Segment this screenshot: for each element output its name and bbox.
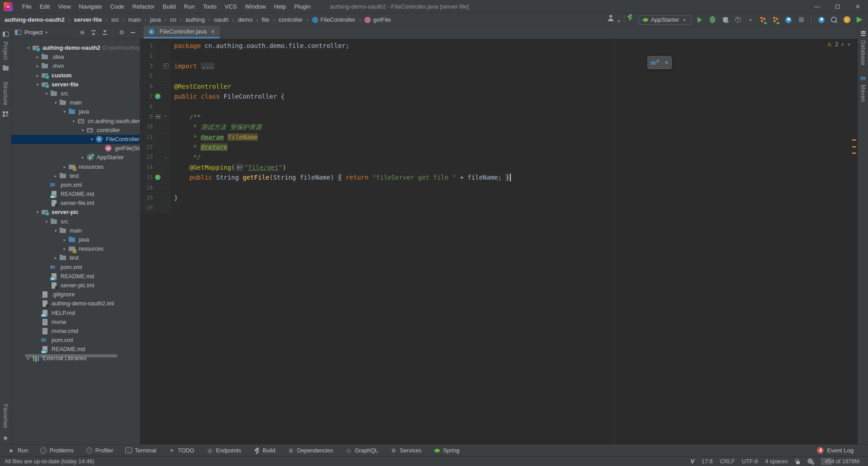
tree-chevron-icon[interactable] (52, 174, 59, 178)
tree-chevron-icon[interactable] (61, 247, 68, 251)
memory-indicator[interactable]: 454 of 1979M (821, 458, 863, 465)
breadcrumb-item[interactable]: authing-demo-oauth2 (5, 16, 65, 23)
tree-row[interactable]: authing-demo-oauth2 G:\work\authing\ (11, 43, 140, 52)
profiler-icon[interactable] (734, 15, 742, 24)
tree-row[interactable]: AppStarter (11, 153, 140, 162)
menu-item[interactable]: Refactor (128, 0, 159, 13)
stop-icon[interactable] (797, 15, 805, 24)
chevron-up-icon[interactable]: ∧ (841, 42, 844, 47)
tree-row[interactable]: server-file (11, 80, 140, 89)
menu-item[interactable]: View (54, 0, 75, 13)
tree-row[interactable]: test (11, 253, 140, 262)
gutter-icon[interactable] (153, 204, 163, 211)
tree-row[interactable]: test (11, 171, 140, 181)
tree-chevron-icon[interactable] (34, 82, 41, 87)
breadcrumb-item[interactable]: cn (161, 16, 176, 23)
code-line[interactable]: 18 (140, 182, 858, 192)
tool-window-button-project[interactable]: Project (2, 42, 9, 60)
menu-item[interactable]: Tools (199, 0, 221, 13)
code-line[interactable]: 5 (140, 71, 858, 81)
tree-row[interactable]: resources (11, 244, 140, 253)
tool-window-button-maven[interactable]: Maven (860, 85, 866, 102)
indent-setting[interactable]: 4 spaces (765, 458, 788, 465)
breadcrumb-item[interactable]: java (141, 16, 161, 23)
tree-row[interactable]: cn.authing.oauth.demo.file (11, 117, 140, 126)
breadcrumb-item[interactable]: server-file (65, 16, 102, 23)
breadcrumb-item[interactable]: oauth (205, 16, 229, 23)
menu-item[interactable]: Build (159, 0, 180, 13)
code-line[interactable]: 19 } (140, 193, 858, 203)
collapse-all-icon[interactable] (90, 29, 97, 36)
code-line[interactable]: 15 public String getFile(String fileName… (140, 172, 858, 182)
tree-chevron-icon[interactable] (61, 165, 68, 169)
user-icon[interactable] (607, 14, 615, 23)
code-line[interactable]: 20 (140, 203, 858, 213)
code-line[interactable]: 13 */ (140, 152, 858, 162)
plugin-orange-icon-2[interactable] (772, 15, 780, 24)
tree-chevron-icon[interactable] (79, 128, 86, 133)
code-line[interactable]: 3 import ... (140, 61, 858, 71)
tool-window-button[interactable]: Problems (40, 447, 74, 454)
colorful-play-icon[interactable] (855, 15, 863, 24)
close-icon[interactable]: ✕ (211, 29, 215, 35)
separator[interactable] (811, 16, 811, 24)
code-editor[interactable]: 1 package cn.authing.oauth.demo.file.con… (140, 39, 858, 444)
tree-row[interactable]: HELP.md (11, 308, 140, 317)
fold-marker-icon[interactable] (163, 114, 169, 119)
code-line[interactable]: 10 * 测试方法 受保护资源 (140, 122, 858, 132)
line-separator[interactable]: CRLF (720, 458, 735, 465)
tree-row[interactable]: server-pic (11, 208, 140, 217)
tree-row[interactable]: resources (11, 162, 140, 171)
fold-marker-icon[interactable] (163, 63, 169, 68)
breadcrumb-item[interactable]: getFile (355, 16, 391, 23)
menu-item[interactable]: Window (241, 0, 270, 13)
code-line[interactable]: 14 @GetMapping("file/get") (140, 162, 858, 172)
tree-chevron-icon[interactable] (34, 210, 41, 214)
gutter-icon[interactable] (153, 133, 163, 141)
gutter-icon[interactable] (153, 93, 163, 100)
tree-chevron-icon[interactable] (43, 219, 50, 224)
coverage-icon[interactable] (721, 15, 729, 24)
project-panel-title[interactable]: Project (24, 29, 42, 36)
breadcrumb-item[interactable]: src (102, 16, 119, 23)
tree-row[interactable]: java (11, 107, 140, 116)
tree-row[interactable]: .mvn (11, 62, 140, 71)
tree-row[interactable]: README.md (11, 272, 140, 281)
breadcrumb-item[interactable]: FileController (302, 16, 355, 23)
gutter-icon[interactable] (153, 123, 163, 130)
menu-item[interactable]: Help (270, 0, 290, 13)
tree-chevron-icon[interactable] (43, 91, 50, 96)
tree-row[interactable]: main (11, 226, 140, 235)
event-log-button[interactable]: 4 Event Log (817, 447, 854, 454)
tree-chevron-icon[interactable] (52, 256, 59, 260)
close-icon[interactable]: ✕ (665, 60, 669, 66)
tool-window-button[interactable]: Profiler (86, 447, 113, 454)
gutter-icon[interactable] (153, 164, 163, 171)
tool-window-button[interactable]: TODO (169, 447, 194, 454)
chevron-down-icon[interactable] (746, 15, 755, 24)
gutter-icon[interactable] (153, 174, 163, 181)
tree-row[interactable]: main (11, 98, 140, 107)
run-configuration-combo[interactable]: AppStarter (639, 15, 691, 25)
tree-chevron-icon[interactable] (34, 64, 41, 68)
gutter-icon[interactable] (153, 184, 163, 191)
tree-row[interactable]: README.md (11, 190, 140, 199)
tool-window-button-structure[interactable]: Structure (2, 81, 9, 105)
tree-chevron-icon[interactable] (61, 109, 68, 114)
debug-icon[interactable] (708, 15, 717, 24)
build-hammer-icon[interactable] (626, 14, 634, 23)
breadcrumb-item[interactable]: demo (229, 16, 253, 23)
separator[interactable] (624, 14, 625, 23)
tree-row[interactable]: FileController (11, 135, 140, 144)
tree-row[interactable]: getFile(String):String (11, 144, 140, 153)
code-line[interactable]: 6 @RestController (140, 81, 858, 91)
chevron-down-icon[interactable]: ▾ (45, 30, 47, 35)
tree-chevron-icon[interactable] (70, 119, 77, 124)
expand-all-icon[interactable] (102, 29, 108, 36)
gutter-icon[interactable] (153, 143, 163, 151)
tree-chevron-icon[interactable] (25, 46, 32, 50)
compass-icon-2[interactable] (817, 15, 826, 24)
tool-window-button[interactable]: Terminal (125, 447, 156, 454)
minimize-button[interactable]: — (807, 0, 827, 13)
fold-marker-icon[interactable] (163, 155, 169, 159)
